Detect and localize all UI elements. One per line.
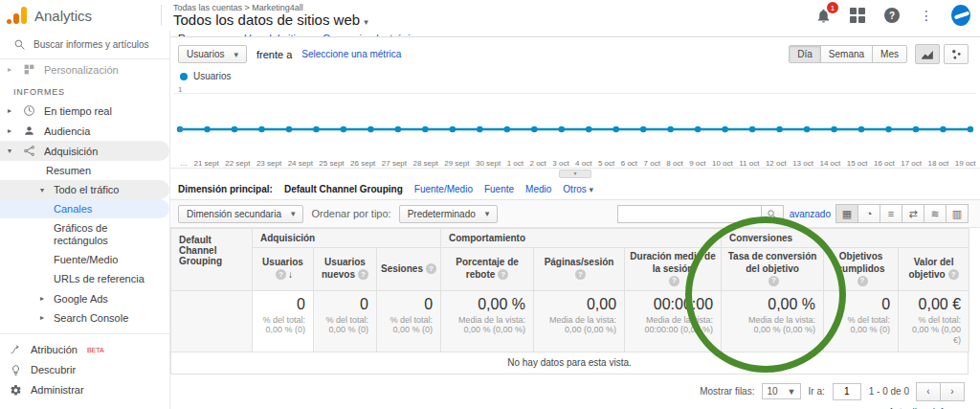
- data-point[interactable]: [831, 126, 836, 132]
- dimension-fuente-medio[interactable]: Fuente/Medio: [414, 184, 473, 194]
- advanced-link[interactable]: avanzado: [790, 209, 831, 219]
- sidebar-item-adquisicion[interactable]: ▾ Adquisición: [0, 141, 169, 161]
- granularity-week[interactable]: Semana: [821, 46, 873, 62]
- sort-type-dropdown[interactable]: Predeterminado ▾: [399, 205, 499, 223]
- data-point[interactable]: [531, 126, 537, 132]
- column-header-tasa-conversion[interactable]: Tasa de conversión del objetivo?: [722, 248, 824, 291]
- sidebar-item-urls-referencia[interactable]: URLs de referencia: [0, 269, 169, 289]
- select-metric-link[interactable]: Seleccione una métrica: [301, 49, 401, 59]
- data-point[interactable]: [258, 126, 264, 132]
- secondary-dimension-dropdown[interactable]: Dimensión secundaria ▾: [178, 205, 303, 223]
- data-point[interactable]: [804, 126, 810, 132]
- data-point[interactable]: [204, 126, 210, 132]
- view-selector[interactable]: Todos los datos de sitios web ▾: [173, 11, 813, 28]
- pivot-view-button[interactable]: ▥: [946, 204, 969, 223]
- column-header-duracion-media[interactable]: Duración media de la sesión?: [625, 248, 722, 291]
- data-point[interactable]: [858, 126, 864, 132]
- table-search-button[interactable]: [761, 205, 784, 223]
- data-point[interactable]: [695, 126, 701, 132]
- sidebar-item-descubrir[interactable]: Descubrir: [0, 360, 169, 380]
- column-header-porcentaje-rebote[interactable]: Porcentaje de rebote?: [441, 248, 534, 291]
- sidebar-item-en-tiempo-real[interactable]: ▸ En tiempo real: [0, 101, 169, 121]
- data-point[interactable]: [749, 126, 755, 132]
- search-input[interactable]: [33, 39, 158, 50]
- help-icon[interactable]: ?: [768, 276, 779, 286]
- goto-page-input[interactable]: [833, 383, 861, 400]
- chart-collapse-handle[interactable]: ▾: [559, 170, 591, 178]
- sidebar-item-fuente-medio[interactable]: Fuente/Medio: [0, 250, 169, 269]
- column-header-dimension[interactable]: Default Channel Grouping: [171, 229, 253, 291]
- data-point[interactable]: [422, 126, 428, 132]
- notifications-button[interactable]: 1: [813, 6, 833, 25]
- comparison-view-button[interactable]: ⇄: [902, 204, 924, 223]
- help-button[interactable]: ?: [882, 6, 902, 25]
- sidebar-item-resumen[interactable]: Resumen: [0, 161, 169, 180]
- next-page-button[interactable]: ›: [940, 382, 965, 401]
- data-point[interactable]: [286, 126, 292, 132]
- rows-per-page-select[interactable]: 10 ▼: [762, 383, 800, 399]
- help-icon[interactable]: ?: [575, 269, 586, 280]
- help-icon[interactable]: ?: [358, 269, 368, 280]
- data-point[interactable]: [776, 126, 782, 132]
- sidebar-item-todo-el-trafico[interactable]: ▾ Todo el tráfico: [0, 180, 169, 199]
- data-point[interactable]: [640, 126, 646, 132]
- data-point[interactable]: [722, 126, 727, 132]
- column-header-sesiones[interactable]: Sesiones?: [377, 248, 441, 291]
- data-point[interactable]: [313, 126, 319, 132]
- line-chart-view-button[interactable]: [915, 44, 940, 64]
- data-point[interactable]: [368, 126, 373, 132]
- help-icon[interactable]: ?: [669, 276, 679, 286]
- dimension-fuente[interactable]: Fuente: [484, 184, 514, 194]
- help-icon[interactable]: ?: [498, 269, 508, 280]
- data-point[interactable]: [667, 126, 673, 132]
- percentage-view-button[interactable]: ◔: [858, 204, 880, 223]
- data-point[interactable]: [341, 126, 346, 132]
- help-icon[interactable]: ?: [276, 269, 286, 280]
- dimension-medio[interactable]: Medio: [525, 184, 551, 194]
- column-header-paginas-sesion[interactable]: Páginas/sesión?: [534, 248, 625, 291]
- data-point[interactable]: [232, 126, 237, 132]
- granularity-day[interactable]: Día: [790, 46, 821, 62]
- prev-page-button[interactable]: ‹: [916, 382, 941, 401]
- data-point[interactable]: [395, 126, 401, 132]
- data-point[interactable]: [559, 126, 565, 132]
- help-icon[interactable]: ?: [858, 276, 868, 286]
- sidebar-item-audiencia[interactable]: ▸ Audiencia: [0, 121, 169, 141]
- sidebar-item-personalizacion[interactable]: ▸ Personalización: [0, 59, 169, 80]
- analytics-logo[interactable]: Analytics: [8, 6, 161, 25]
- column-header-objetivos-cumplidos[interactable]: Objetivos cumplidos?: [824, 248, 899, 291]
- column-header-usuarios-nuevos[interactable]: Usuarios nuevos?: [314, 248, 377, 291]
- granularity-month[interactable]: Mes: [873, 46, 906, 62]
- column-header-valor-objetivo[interactable]: Valor del objetivo?: [899, 248, 969, 291]
- sidebar-item-canales[interactable]: Canales: [0, 199, 169, 218]
- google-apps-button[interactable]: [848, 6, 867, 25]
- term-cloud-view-button[interactable]: ≋: [924, 204, 947, 223]
- motion-chart-view-button[interactable]: [944, 44, 969, 64]
- sidebar-search[interactable]: [0, 31, 169, 59]
- data-point[interactable]: [940, 126, 946, 132]
- sidebar-item-graficos-rectangulos[interactable]: Gráficos de rectángulos: [0, 218, 169, 250]
- data-point[interactable]: [450, 126, 456, 132]
- data-point[interactable]: [586, 126, 591, 132]
- table-search-input[interactable]: [617, 205, 761, 223]
- sidebar-item-administrar[interactable]: Administrar: [0, 380, 169, 400]
- sidebar-item-search-console[interactable]: ▸ Search Console: [0, 308, 169, 328]
- sidebar-item-google-ads[interactable]: ▸ Google Ads: [0, 289, 169, 308]
- data-point[interactable]: [968, 126, 973, 132]
- performance-view-button[interactable]: ≡: [880, 204, 902, 223]
- sidebar-item-atribucion[interactable]: AtribuciónBETA: [0, 340, 169, 360]
- help-icon[interactable]: ?: [948, 269, 959, 280]
- dimension-active[interactable]: Default Channel Grouping: [284, 184, 403, 194]
- data-point[interactable]: [504, 126, 510, 132]
- dimension-otros[interactable]: Otros ▾: [563, 184, 593, 194]
- more-options-button[interactable]: ⋮: [917, 6, 936, 25]
- column-header-usuarios[interactable]: Usuarios?↓: [253, 248, 314, 291]
- metric-dropdown[interactable]: Usuarios ▾: [178, 45, 247, 63]
- data-point[interactable]: [477, 126, 482, 132]
- account-menu[interactable]: [951, 6, 970, 25]
- data-point[interactable]: [885, 126, 891, 132]
- data-point[interactable]: [612, 126, 618, 132]
- timeseries-chart[interactable]: 1 0: [174, 85, 976, 158]
- data-point[interactable]: [913, 126, 919, 132]
- data-view-button[interactable]: ▦: [835, 204, 858, 223]
